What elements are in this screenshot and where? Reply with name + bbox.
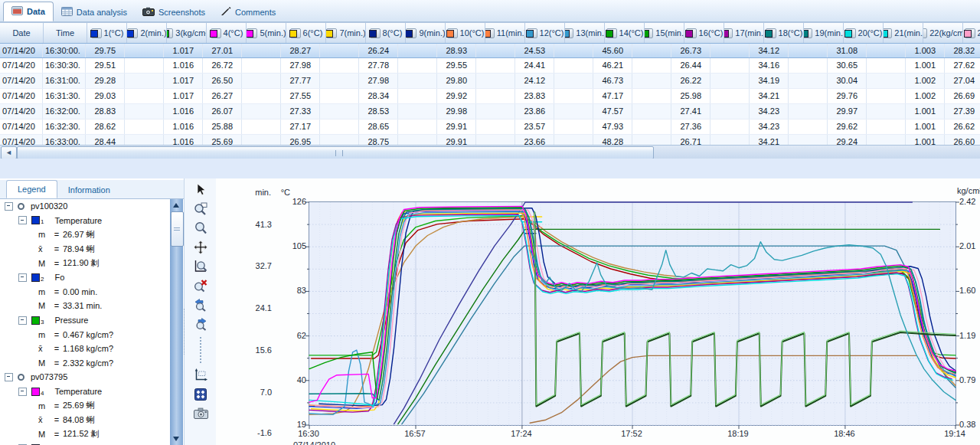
tab-data-analysis[interactable]: Data analysis (54, 3, 135, 21)
table-row[interactable]: 07/14/2016:32:00.28.831.01626.0727.3328.… (0, 104, 980, 119)
column-header-22kgcm[interactable]: 22(kg/cm²) (923, 23, 963, 43)
scroll-left-button[interactable]: ◄ (1, 146, 17, 159)
column-header-16C[interactable]: 16(°C) (684, 23, 724, 43)
tree-logger[interactable]: pv073795 (0, 370, 170, 384)
tab-data[interactable]: Data (3, 2, 54, 21)
cell-value: 27.36 (671, 119, 710, 134)
table-row[interactable]: 07/14/2016:30:30.29.511.01626.7227.9827.… (0, 58, 980, 74)
cell-value: 26.73 (671, 44, 710, 57)
column-header-6C[interactable]: 6(°C) (286, 23, 326, 43)
legend-scrollbar[interactable] (170, 199, 183, 445)
tree-stat[interactable]: M=33.31 min. (0, 299, 170, 313)
zoom-cancel-icon[interactable] (191, 276, 211, 294)
column-header-20C[interactable]: 20(°C) (844, 23, 884, 43)
tree-channel[interactable]: 3Pressure (0, 313, 170, 328)
column-header-9min[interactable]: 9(min.) (406, 23, 446, 43)
column-header-Time[interactable]: Time (44, 23, 87, 43)
panel-splitter[interactable] (0, 159, 980, 179)
column-header-18C[interactable]: 18(°C) (764, 23, 804, 43)
toolbar-splitter[interactable] (184, 309, 185, 355)
cell-value: 28.93 (437, 44, 476, 57)
horizontal-scroll-thumb[interactable] (17, 146, 654, 159)
logger-channel-icon (765, 28, 776, 38)
scroll-up-icon[interactable] (173, 203, 179, 208)
chart-plot[interactable] (309, 201, 956, 426)
collapse-icon[interactable] (18, 273, 27, 282)
table-row[interactable]: 07/14/2016:31:30.29.031.01726.2727.5528.… (0, 89, 980, 104)
logger-channel-icon (90, 28, 102, 38)
column-header-14C[interactable]: 14(°C) (605, 23, 645, 43)
column-header-10C[interactable]: 10(°C) (446, 23, 485, 43)
column-header-7min[interactable]: 7(min.) (326, 23, 366, 43)
tree-stat[interactable]: m=25.69 蜊 (0, 398, 170, 413)
panel-tab-legend[interactable]: Legend (6, 180, 57, 198)
cell-value (789, 44, 828, 57)
vertical-scroll-thumb[interactable] (171, 211, 184, 247)
tree-channel[interactable]: 4Temperature (0, 384, 170, 399)
axes-setup-icon[interactable] (191, 366, 211, 384)
table-row[interactable]: 07/14/2016:31:00.29.281.01726.5027.7727.… (0, 74, 980, 89)
tab-comments[interactable]: Comments (213, 3, 283, 21)
column-header-11min[interactable]: 11(min.) (485, 23, 525, 43)
tree-channel[interactable]: 2Fo (0, 270, 170, 285)
tile-windows-icon[interactable] (191, 385, 211, 403)
tab-screenshots[interactable]: Screenshots (135, 3, 213, 21)
tree-channel[interactable]: 1Temperature (0, 214, 170, 228)
tree-stat[interactable]: x̄=84.08 蜊 (0, 413, 170, 427)
column-header-1C[interactable]: 1(°C) (87, 23, 127, 43)
zoom-axes-icon[interactable] (191, 257, 211, 275)
column-header-8C[interactable]: 8(°C) (366, 23, 406, 43)
collapse-icon[interactable] (18, 216, 27, 224)
cell-value: 1.017 (164, 44, 203, 57)
tree-stat[interactable]: m=0.00 min. (0, 285, 170, 299)
tree-channel[interactable]: 5Fo (0, 441, 170, 445)
pan-icon[interactable] (191, 238, 211, 256)
snapshot-icon[interactable] (191, 404, 211, 422)
column-header-13min[interactable]: 13(min.) (565, 23, 605, 43)
zoom-previous-icon[interactable] (191, 296, 211, 313)
column-header-17min[interactable]: 17(min.) (724, 23, 764, 43)
column-header-19min[interactable]: 19(min.) (804, 23, 844, 43)
column-header-12C[interactable]: 12(°C) (525, 23, 565, 43)
minutes-tick-label: 32.7 (240, 261, 272, 270)
collapse-icon[interactable] (18, 388, 27, 396)
tree-stat[interactable]: M=121.90 剶 (0, 256, 170, 270)
tree-stat[interactable]: M=121.52 剶 (0, 427, 170, 442)
table-row[interactable]: 07/14/2016:30:00.29.751.01727.0128.2726.… (0, 43, 980, 58)
collapse-icon[interactable] (5, 373, 13, 381)
table-horizontal-scrollbar[interactable]: ◄ (0, 145, 980, 159)
cell-value: 29.91 (437, 119, 476, 134)
logger-channel-icon (369, 28, 381, 38)
cell-time: 16:32:00. (43, 104, 86, 119)
column-header-3kgcm[interactable]: 3(kg/cm²) (167, 23, 207, 43)
table-row[interactable]: 07/14/2016:32:30.28.621.01625.8827.1728.… (0, 119, 980, 135)
tree-stat[interactable]: m=0.467 kg/cm? (0, 327, 170, 342)
tree-stat[interactable]: m=26.97 蜊 (0, 227, 170, 242)
tree-stat[interactable]: x̄=78.94 蜊 (0, 242, 170, 257)
time-tick-label: 18:19 (720, 429, 756, 438)
panel-tab-information[interactable]: Information (57, 182, 121, 198)
collapse-icon[interactable] (5, 202, 13, 211)
collapse-icon[interactable] (18, 316, 27, 325)
zoom-window-icon[interactable] (191, 200, 211, 218)
column-header-5min[interactable]: 5(min.) (247, 23, 286, 43)
pointer-icon[interactable] (191, 181, 211, 198)
scroll-down-icon[interactable] (173, 437, 179, 441)
cell-value: 29.98 (437, 104, 476, 119)
cell-time: 16:32:30. (43, 119, 86, 134)
column-header-23C[interactable]: 23(°C) (963, 23, 980, 43)
tree-stat[interactable]: x̄=1.168 kg/cm? (0, 342, 170, 356)
column-header-Date[interactable]: Date (0, 23, 44, 43)
tree-logger[interactable]: pv100320 (0, 199, 170, 214)
celsius-tick-label: 19 (274, 420, 306, 429)
data-table[interactable]: DateTime1(°C)2(min.)3(kg/cm²)4(°C)5(min.… (0, 22, 980, 159)
column-header-15min[interactable]: 15(min.) (645, 23, 684, 43)
column-header-21min[interactable]: 21(min.) (884, 23, 923, 43)
tree-stat[interactable]: M=2.332 kg/cm? (0, 356, 170, 371)
stat-symbol: M (38, 358, 51, 368)
zoom-next-icon[interactable] (191, 315, 211, 332)
column-header-4C[interactable]: 4(°C) (207, 23, 247, 43)
column-header-2min[interactable]: 2(min.) (127, 23, 167, 43)
zoom-icon[interactable] (191, 219, 211, 237)
chart-toolbar (186, 181, 215, 445)
